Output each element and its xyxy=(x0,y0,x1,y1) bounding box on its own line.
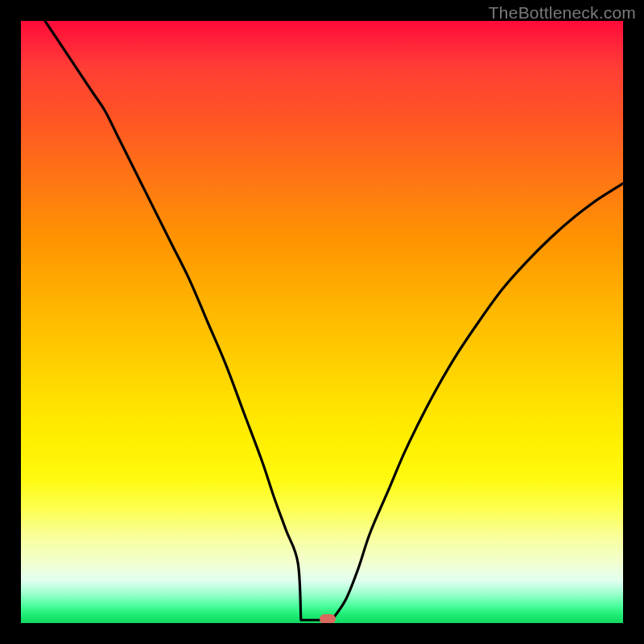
watermark-text: TheBottleneck.com xyxy=(489,3,636,23)
bottleneck-curve xyxy=(45,21,623,620)
chart-container: TheBottleneck.com xyxy=(0,0,644,644)
curve-layer xyxy=(21,21,623,623)
optimum-marker xyxy=(320,614,336,623)
plot-area xyxy=(21,21,623,623)
